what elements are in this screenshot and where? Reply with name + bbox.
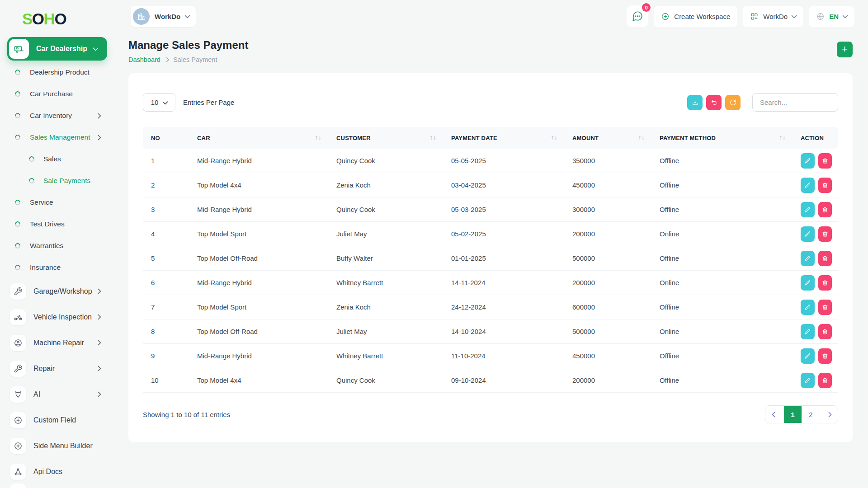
breadcrumb-dashboard-link[interactable]: Dashboard: [128, 56, 160, 63]
sidebar-item-car-dealership[interactable]: Car Dealership: [7, 37, 107, 61]
sidebar-item-sales-management[interactable]: Sales Management: [0, 127, 114, 148]
delete-button[interactable]: [818, 202, 832, 217]
delete-button[interactable]: [818, 275, 832, 291]
sidebar-item-label: Car Purchase: [30, 90, 73, 98]
edit-button[interactable]: [801, 373, 815, 388]
sidebar-item-machine-repair[interactable]: Machine Repair: [0, 330, 114, 356]
edit-button[interactable]: [801, 226, 815, 242]
motorcycle-icon: [10, 309, 26, 325]
sidebar-item-sale-payments[interactable]: Sale Payments: [0, 170, 114, 192]
pagination-next[interactable]: [820, 406, 838, 423]
plus-circle-icon: [10, 438, 26, 454]
sidebar-item-ai[interactable]: AI: [0, 381, 114, 407]
cell-action: [793, 319, 838, 344]
pencil-icon: [804, 206, 811, 213]
download-icon: [691, 99, 699, 106]
entries-per-page-value: 10: [151, 99, 159, 106]
logo-letter: O: [32, 10, 44, 28]
pagination: 12: [765, 405, 838, 423]
pagination-prev[interactable]: [765, 406, 783, 423]
sidebar-item-garage-workshop[interactable]: Garage/Workshop: [0, 278, 114, 304]
wrench-icon: [10, 283, 26, 300]
user-circle-icon: [10, 335, 26, 351]
sidebar-item-service[interactable]: Service: [0, 192, 114, 213]
trash-icon: [821, 206, 829, 213]
cell-customer: Whitney Barrett: [328, 344, 443, 368]
delete-button[interactable]: [818, 226, 832, 242]
chat-bubble-icon: [632, 10, 643, 22]
pagination-page-1[interactable]: 1: [783, 406, 802, 423]
sidebar-item-label: Service: [30, 198, 53, 206]
refresh-button[interactable]: [725, 95, 741, 110]
bullet-icon: [14, 134, 22, 141]
download-button[interactable]: [687, 95, 703, 110]
pencil-icon: [804, 157, 811, 164]
search-input[interactable]: [752, 93, 838, 112]
delete-button[interactable]: [818, 153, 832, 169]
delete-button[interactable]: [818, 324, 832, 339]
delete-button[interactable]: [818, 373, 832, 388]
edit-button[interactable]: [801, 275, 815, 291]
cell-action: [793, 344, 838, 368]
sidebar-item-dealership-product[interactable]: Dealership Product: [0, 61, 114, 83]
column-header-amount[interactable]: AMOUNT↑↓: [564, 127, 651, 149]
logo-letter: S: [22, 10, 32, 28]
edit-button[interactable]: [801, 348, 815, 364]
sidebar-item-insurance[interactable]: Insurance: [0, 257, 114, 278]
delete-button[interactable]: [818, 300, 832, 315]
sidebar-item-warranties[interactable]: Warranties: [0, 235, 114, 257]
showing-entries-text: Showing 1 to 10 of 11 entries: [143, 411, 230, 418]
sidebar-item-car-inventory[interactable]: Car Inventory: [0, 105, 114, 127]
edit-button[interactable]: [801, 324, 815, 339]
delete-button[interactable]: [818, 348, 832, 364]
pagination-page-2[interactable]: 2: [802, 406, 820, 423]
page-number: 1: [791, 411, 794, 418]
sidebar-item-car-purchase[interactable]: Car Purchase: [0, 83, 114, 105]
sidebar-item-label: Api Docs: [33, 468, 62, 476]
cell-no: 3: [143, 197, 189, 222]
cell-amount: 200000: [564, 368, 651, 393]
table-row: 8Top Model Off-RoadJuliet May14-10-20245…: [143, 319, 838, 344]
brand-logo[interactable]: SOHO: [0, 0, 114, 28]
edit-button[interactable]: [801, 300, 815, 315]
workdo-menu-button[interactable]: WorkDo: [743, 6, 803, 27]
sidebar-item-vehicle-inspection[interactable]: Vehicle Inspection: [0, 304, 114, 330]
sidebar-item-repair[interactable]: Repair: [0, 356, 114, 381]
edit-button[interactable]: [801, 251, 815, 266]
sidebar-item-sales[interactable]: Sales: [0, 148, 114, 170]
topbar-right: 0 Create Workspace WorkDo EN: [627, 5, 854, 27]
edit-button[interactable]: [801, 202, 815, 217]
edit-button[interactable]: [801, 178, 815, 193]
workdo-menu-label: WorkDo: [763, 13, 788, 20]
sidebar-item-side-menu-builder[interactable]: Side Menu Builder: [0, 433, 114, 459]
entries-per-page-select[interactable]: 10: [143, 93, 175, 112]
column-header-payment-method[interactable]: PAYMENT METHOD↑↓: [651, 127, 793, 149]
cell-car: Mid-Range Hybrid: [189, 149, 328, 173]
sidebar-item-test-drives[interactable]: Test Drives: [0, 213, 114, 235]
sidebar-item-label: Machine Repair: [33, 339, 84, 347]
trash-icon: [821, 304, 829, 311]
sidebar-item-custom-field[interactable]: Custom Field: [0, 407, 114, 433]
add-payment-button[interactable]: +: [837, 42, 853, 57]
chevron-right-icon: [164, 57, 169, 62]
cell-action: [793, 149, 838, 173]
cell-customer: Quincy Cook: [328, 197, 443, 222]
column-header-car[interactable]: CAR↑↓: [189, 127, 328, 149]
cell-payment-method: Online: [651, 271, 793, 295]
undo-button[interactable]: [706, 95, 722, 110]
column-header-no: NO: [143, 127, 189, 149]
workspace-switcher[interactable]: WorkDo: [131, 6, 196, 27]
messages-button[interactable]: 0: [627, 5, 648, 27]
delete-button[interactable]: [818, 178, 832, 193]
table-row: 10Top Model 4x4Quincy Cook09-10-20242000…: [143, 368, 838, 393]
column-header-payment-date[interactable]: PAYMENT DATE↑↓: [443, 127, 564, 149]
language-selector[interactable]: EN: [809, 6, 854, 27]
trash-icon: [821, 279, 829, 286]
create-workspace-button[interactable]: Create Workspace: [654, 6, 737, 27]
edit-button[interactable]: [801, 153, 815, 169]
table-row: 5Top Model Off-RoadBuffy Walter01-01-202…: [143, 246, 838, 271]
column-header-customer[interactable]: CUSTOMER↑↓: [328, 127, 443, 149]
delete-button[interactable]: [818, 251, 832, 266]
sidebar-item-api-docs[interactable]: Api Docs: [0, 459, 114, 484]
plus-icon: +: [842, 44, 848, 54]
